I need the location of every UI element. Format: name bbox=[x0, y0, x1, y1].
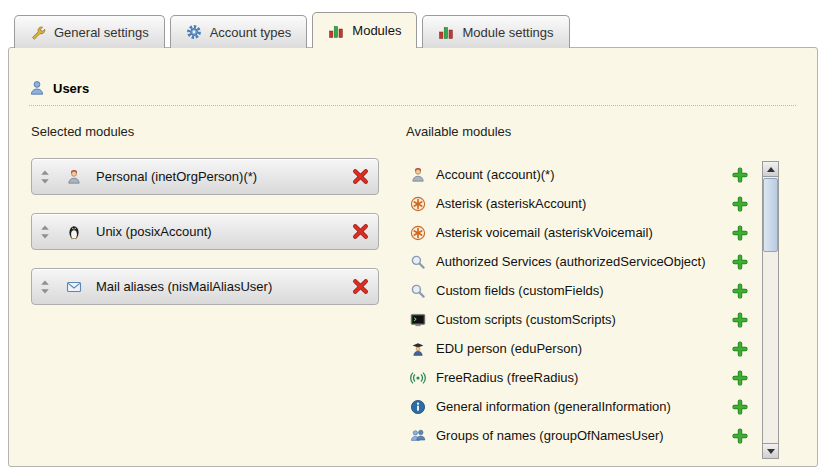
selected-modules-list: Personal (inetOrgPerson)(*) Unix (posixA… bbox=[31, 158, 379, 305]
magnifier-icon bbox=[410, 283, 426, 299]
available-module-row: Asterisk voicemail (asteriskVoicemail) bbox=[406, 218, 754, 247]
add-module-button[interactable] bbox=[732, 370, 748, 386]
available-module-row: EDU person (eduPerson) bbox=[406, 334, 754, 363]
asterisk-icon bbox=[410, 225, 426, 241]
gear-icon bbox=[186, 24, 202, 40]
module-label: Asterisk voicemail (asteriskVoicemail) bbox=[436, 225, 732, 240]
tab-account-types[interactable]: Account types bbox=[170, 15, 308, 48]
module-label: FreeRadius (freeRadius) bbox=[436, 370, 732, 385]
add-module-button[interactable] bbox=[732, 167, 748, 183]
radius-icon bbox=[410, 370, 426, 386]
add-module-button[interactable] bbox=[732, 428, 748, 444]
available-module-row: Groups of names (groupOfNamesUser) bbox=[406, 421, 754, 450]
tab-label: Modules bbox=[352, 23, 401, 38]
tab-bar: General settings Account types Modules M… bbox=[14, 13, 570, 48]
module-label: Custom scripts (customScripts) bbox=[436, 312, 732, 327]
magnifier-icon bbox=[410, 254, 426, 270]
module-label: Authorized Services (authorizedServiceOb… bbox=[436, 254, 732, 269]
person-icon bbox=[410, 167, 426, 183]
available-module-row: Account (account)(*) bbox=[406, 160, 754, 189]
selected-module-row[interactable]: Mail aliases (nisMailAliasUser) bbox=[31, 268, 379, 305]
scroll-down-button[interactable] bbox=[763, 443, 778, 458]
module-label: General information (generalInformation) bbox=[436, 399, 732, 414]
info-icon bbox=[410, 399, 426, 415]
selected-module-row[interactable]: Personal (inetOrgPerson)(*) bbox=[31, 158, 379, 195]
modules-icon bbox=[438, 24, 454, 40]
page-title: Users bbox=[53, 81, 89, 96]
scroll-up-icon bbox=[767, 167, 775, 172]
delete-module-button[interactable] bbox=[352, 168, 369, 185]
delete-module-button[interactable] bbox=[352, 278, 369, 295]
add-module-button[interactable] bbox=[732, 254, 748, 270]
module-label: Groups of names (groupOfNamesUser) bbox=[436, 428, 732, 443]
modules-panel: Users Selected modules Personal (inetOrg… bbox=[8, 47, 818, 467]
available-module-row: Custom scripts (customScripts) bbox=[406, 305, 754, 334]
tab-label: Module settings bbox=[462, 25, 553, 40]
mail-icon bbox=[66, 279, 82, 295]
available-module-row: General information (generalInformation) bbox=[406, 392, 754, 421]
edu-person-icon bbox=[410, 341, 426, 357]
penguin-icon bbox=[66, 224, 82, 240]
user-icon bbox=[29, 80, 45, 96]
available-module-row: Custom fields (customFields) bbox=[406, 276, 754, 305]
selected-modules-heading: Selected modules bbox=[31, 124, 379, 140]
add-module-button[interactable] bbox=[732, 312, 748, 328]
scrollbar-thumb[interactable] bbox=[763, 178, 778, 252]
drag-handle-icon[interactable] bbox=[40, 280, 50, 294]
group-icon bbox=[410, 428, 426, 444]
add-module-button[interactable] bbox=[732, 196, 748, 212]
delete-module-button[interactable] bbox=[352, 223, 369, 240]
add-module-button[interactable] bbox=[732, 341, 748, 357]
person-icon bbox=[66, 169, 82, 185]
module-label: Account (account)(*) bbox=[436, 167, 732, 182]
tab-label: General settings bbox=[54, 25, 149, 40]
terminal-icon bbox=[410, 312, 426, 328]
drag-handle-icon[interactable] bbox=[40, 225, 50, 239]
module-label: Custom fields (customFields) bbox=[436, 283, 732, 298]
module-label: Personal (inetOrgPerson)(*) bbox=[96, 169, 352, 184]
tab-label: Account types bbox=[210, 25, 292, 40]
selected-modules-column: Selected modules Personal (inetOrgPerson… bbox=[31, 124, 379, 305]
asterisk-icon bbox=[410, 196, 426, 212]
modules-icon bbox=[328, 23, 344, 39]
wrench-icon bbox=[30, 24, 46, 40]
available-modules-heading: Available modules bbox=[406, 124, 754, 140]
selected-module-row[interactable]: Unix (posixAccount) bbox=[31, 213, 379, 250]
available-modules-column: Available modules Account (account)(*) A… bbox=[406, 124, 754, 450]
tab-module-settings[interactable]: Module settings bbox=[422, 15, 569, 48]
available-modules-scrollbar[interactable] bbox=[762, 161, 779, 459]
add-module-button[interactable] bbox=[732, 225, 748, 241]
add-module-button[interactable] bbox=[732, 283, 748, 299]
available-module-row: Authorized Services (authorizedServiceOb… bbox=[406, 247, 754, 276]
scroll-down-icon bbox=[767, 449, 775, 454]
module-label: Mail aliases (nisMailAliasUser) bbox=[96, 279, 352, 294]
scroll-up-button[interactable] bbox=[763, 162, 778, 177]
available-module-row: Asterisk (asteriskAccount) bbox=[406, 189, 754, 218]
available-modules-list: Account (account)(*) Asterisk (asteriskA… bbox=[406, 160, 754, 450]
users-section-header: Users bbox=[29, 80, 796, 106]
drag-handle-icon[interactable] bbox=[40, 170, 50, 184]
available-module-row: FreeRadius (freeRadius) bbox=[406, 363, 754, 392]
module-label: EDU person (eduPerson) bbox=[436, 341, 732, 356]
tab-general-settings[interactable]: General settings bbox=[14, 15, 165, 48]
module-label: Asterisk (asteriskAccount) bbox=[436, 196, 732, 211]
tab-modules[interactable]: Modules bbox=[312, 12, 417, 48]
add-module-button[interactable] bbox=[732, 399, 748, 415]
module-label: Unix (posixAccount) bbox=[96, 224, 352, 239]
